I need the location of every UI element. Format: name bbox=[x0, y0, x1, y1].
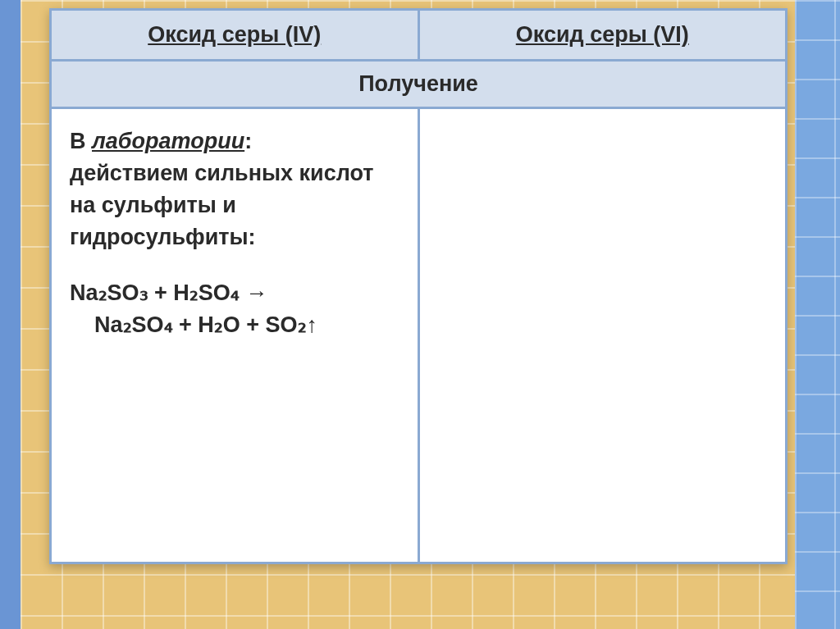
table-header-row: Оксид серы (IV) Оксид серы (VI) bbox=[51, 10, 787, 61]
oxide-table: Оксид серы (IV) Оксид серы (VI) Получени… bbox=[49, 8, 788, 564]
content-oxide-iv: В лаборатории: действием сильных кислот … bbox=[51, 108, 419, 563]
content-oxide-vi bbox=[418, 108, 787, 563]
equation-line-1: Na₂SO₃ + H₂SO₄ → bbox=[70, 277, 399, 309]
subheader-preparation: Получение bbox=[51, 61, 787, 108]
bg-stripe-left bbox=[0, 0, 21, 629]
lab-prefix: В bbox=[70, 129, 92, 153]
header-oxide-iv: Оксид серы (IV) bbox=[51, 10, 419, 61]
lab-label: лаборатории bbox=[92, 129, 244, 153]
table-content-row: В лаборатории: действием сильных кислот … bbox=[51, 108, 787, 563]
lab-intro: В лаборатории: bbox=[70, 125, 399, 157]
equation-line-2: Na₂SO₄ + H₂O + SO₂↑ bbox=[70, 309, 399, 341]
bg-grid-blue bbox=[795, 0, 840, 629]
chemical-equation: Na₂SO₃ + H₂SO₄ → Na₂SO₄ + H₂O + SO₂↑ bbox=[70, 277, 399, 341]
lab-suffix: : bbox=[244, 129, 252, 153]
table-subheader-row: Получение bbox=[51, 61, 787, 108]
header-oxide-vi: Оксид серы (VI) bbox=[418, 10, 787, 61]
comparison-table: Оксид серы (IV) Оксид серы (VI) Получени… bbox=[49, 8, 788, 564]
lab-description: действием сильных кислот на сульфиты и г… bbox=[70, 157, 399, 253]
